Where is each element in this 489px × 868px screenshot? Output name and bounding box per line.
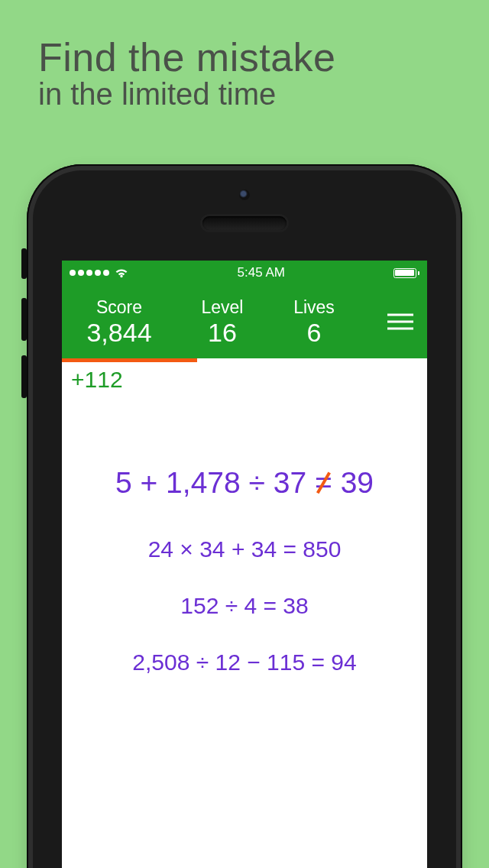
lives-value: 6: [268, 319, 360, 345]
mute-switch: [21, 248, 27, 279]
wifi-icon: [114, 267, 129, 278]
score-value: 3,844: [62, 319, 176, 345]
volume-down-button: [21, 355, 27, 398]
equation-3[interactable]: 152 ÷ 4 = 38: [62, 593, 427, 619]
battery-icon: [393, 268, 420, 278]
equation-1-right: 39: [332, 466, 374, 499]
score-stat: Score 3,844: [62, 299, 176, 345]
timer-progress-bar: [62, 358, 427, 362]
level-label: Level: [176, 299, 268, 316]
equation-1[interactable]: 5 + 1,478 ÷ 37 = 39: [62, 466, 427, 500]
game-header: Score 3,844 Level 16 Lives 6: [62, 285, 427, 358]
equation-1-left: 5 + 1,478 ÷ 37: [115, 466, 315, 499]
earpiece-speaker: [202, 216, 287, 230]
level-stat: Level 16: [176, 299, 268, 345]
equation-2[interactable]: 24 × 34 + 34 = 850: [62, 536, 427, 562]
phone-frame: 5:45 AM Score 3,844 Level 16 Lives 6: [27, 164, 462, 868]
lives-stat: Lives 6: [268, 299, 360, 345]
tagline-line1: Find the mistake: [38, 34, 336, 80]
front-camera: [239, 189, 250, 200]
not-equal-icon: =: [315, 466, 332, 500]
screen: 5:45 AM Score 3,844 Level 16 Lives 6: [62, 261, 427, 868]
score-bonus: +112: [62, 362, 427, 397]
cellular-signal-icon: [70, 270, 109, 276]
status-time: 5:45 AM: [238, 265, 285, 280]
ios-status-bar: 5:45 AM: [62, 261, 427, 285]
equation-4[interactable]: 2,508 ÷ 12 − 115 = 94: [62, 649, 427, 675]
level-value: 16: [176, 319, 268, 345]
menu-icon[interactable]: [387, 309, 413, 335]
equation-list: 5 + 1,478 ÷ 37 = 39 24 × 34 + 34 = 850 1…: [62, 397, 427, 675]
timer-progress-fill: [62, 358, 197, 362]
volume-up-button: [21, 298, 27, 341]
tagline-line2: in the limited time: [38, 77, 336, 112]
score-label: Score: [62, 299, 176, 316]
promo-tagline: Find the mistake in the limited time: [38, 34, 336, 112]
lives-label: Lives: [268, 299, 360, 316]
